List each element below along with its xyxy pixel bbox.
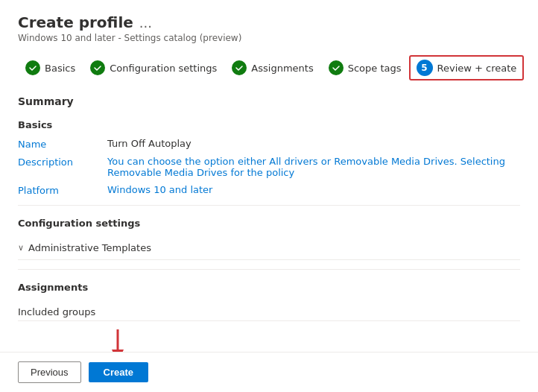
step-review-label: Review + create <box>437 63 517 74</box>
step-scopetags-check <box>329 60 344 75</box>
previous-button[interactable]: Previous <box>18 361 81 383</box>
step-basics-label: Basics <box>45 63 75 74</box>
page-subtitle: Windows 10 and later - Settings catalog … <box>18 33 520 43</box>
config-item-label: Administrative Templates <box>28 242 151 253</box>
page-title: Create profile <box>18 13 133 31</box>
name-label: Name <box>18 138 107 150</box>
wizard-steps: Basics Configuration settings Assignment… <box>18 55 520 80</box>
description-label: Description <box>18 156 107 168</box>
name-row: Name Turn Off Autoplay <box>18 138 520 150</box>
ellipsis-menu-icon[interactable]: ... <box>139 15 152 31</box>
assignments-section: Included groups <box>18 300 520 321</box>
step-basics[interactable]: Basics <box>18 56 83 80</box>
step-scopetags-label: Scope tags <box>348 63 402 74</box>
platform-row: Platform Windows 10 and later <box>18 184 520 196</box>
configuration-section-title: Configuration settings <box>18 218 520 229</box>
bottom-bar: Previous Create <box>0 352 538 392</box>
step-configuration-check <box>90 60 105 75</box>
config-section: ∨ Administrative Templates <box>18 236 520 260</box>
step-review-badge: 5 <box>417 60 433 76</box>
config-row-admin-templates[interactable]: ∨ Administrative Templates <box>18 236 520 260</box>
step-review[interactable]: 5 Review + create <box>409 55 525 80</box>
create-button[interactable]: Create <box>89 362 148 382</box>
chevron-right-icon: ∨ <box>18 243 24 253</box>
included-groups-label: Included groups <box>18 300 520 321</box>
platform-value: Windows 10 and later <box>107 184 520 195</box>
name-value: Turn Off Autoplay <box>107 138 520 149</box>
divider-2 <box>18 269 520 270</box>
step-configuration-label: Configuration settings <box>110 63 217 74</box>
step-assignments-check <box>232 60 247 75</box>
summary-content: Summary Basics Name Turn Off Autoplay De… <box>18 95 520 321</box>
summary-title: Summary <box>18 95 520 107</box>
description-row: Description You can choose the option ei… <box>18 156 520 178</box>
step-scopetags[interactable]: Scope tags <box>321 56 409 80</box>
divider-1 <box>18 205 520 206</box>
assignments-section-title: Assignments <box>18 282 520 293</box>
step-configuration[interactable]: Configuration settings <box>83 56 224 80</box>
step-assignments[interactable]: Assignments <box>224 56 320 80</box>
step-basics-check <box>25 60 40 75</box>
platform-label: Platform <box>18 184 107 196</box>
step-assignments-label: Assignments <box>251 63 313 74</box>
description-value: You can choose the option either All dri… <box>107 156 520 178</box>
basics-section-title: Basics <box>18 119 520 130</box>
